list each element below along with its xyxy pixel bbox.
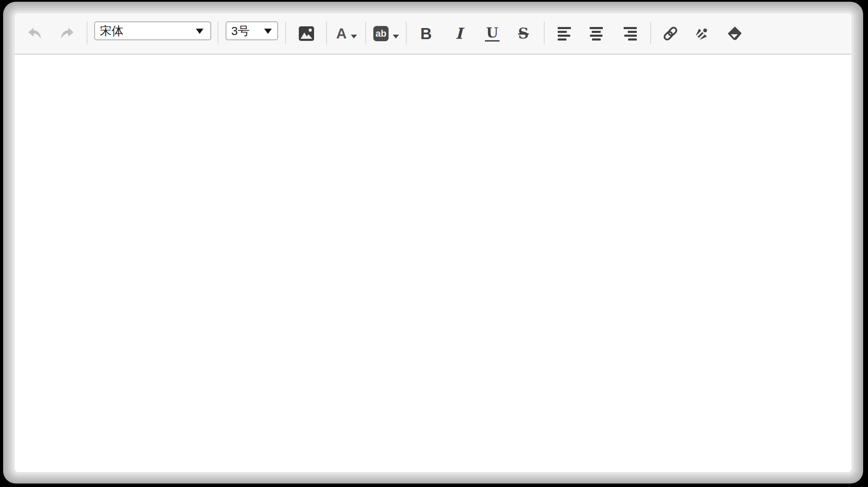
align-left-button[interactable]: [555, 24, 574, 43]
editor-content[interactable]: [15, 55, 852, 472]
chevron-down-icon: [393, 35, 399, 38]
chevron-down-icon: [351, 35, 357, 38]
font-color-label: A: [336, 26, 347, 41]
italic-icon: I: [455, 26, 463, 41]
link-icon: [662, 25, 679, 42]
font-size-select[interactable]: 3号: [226, 21, 278, 40]
redo-button[interactable]: [58, 24, 77, 43]
strikethrough-button[interactable]: S: [514, 24, 533, 43]
align-left-icon: [558, 27, 571, 41]
editor-window: 宋体 3号 A ab: [15, 13, 852, 472]
toolbar-divider: [650, 21, 651, 44]
bold-button[interactable]: B: [416, 24, 436, 43]
insert-image-button[interactable]: [297, 24, 316, 43]
underline-button[interactable]: U: [483, 24, 502, 43]
insert-link-button[interactable]: [661, 24, 680, 43]
align-right-button[interactable]: [620, 24, 640, 43]
highlight-label: ab: [373, 26, 389, 41]
toolbar-divider: [87, 21, 87, 44]
italic-button[interactable]: I: [449, 24, 469, 43]
eraser-button[interactable]: [725, 24, 744, 43]
undo-button[interactable]: [25, 24, 44, 43]
image-icon: [298, 26, 314, 41]
highlight-color-button[interactable]: ab: [371, 24, 402, 43]
toolbar-divider: [406, 21, 407, 44]
bold-icon: B: [420, 26, 432, 42]
toolbar-divider: [544, 21, 545, 44]
chevron-down-icon: [196, 29, 203, 34]
toolbar-divider: [365, 21, 366, 44]
eraser-icon: [727, 26, 743, 42]
align-center-icon: [590, 27, 603, 41]
font-family-value: 宋体: [95, 25, 123, 37]
undo-icon: [27, 27, 43, 41]
chevron-down-icon: [264, 29, 272, 34]
align-center-button[interactable]: [587, 24, 606, 43]
align-right-icon: [624, 27, 637, 41]
redo-icon: [59, 27, 75, 41]
toolbar-divider: [326, 21, 327, 44]
underline-icon: U: [485, 26, 500, 42]
toolbar-divider: [285, 21, 286, 44]
font-family-select[interactable]: 宋体: [94, 21, 211, 40]
brush-icon: [694, 25, 710, 42]
editor-toolbar: 宋体 3号 A ab: [15, 13, 852, 55]
font-color-button[interactable]: A: [333, 24, 361, 43]
strikethrough-icon: S: [518, 26, 529, 41]
toolbar-divider: [218, 21, 218, 44]
format-brush-button[interactable]: [692, 24, 712, 43]
font-size-value: 3号: [226, 25, 250, 37]
